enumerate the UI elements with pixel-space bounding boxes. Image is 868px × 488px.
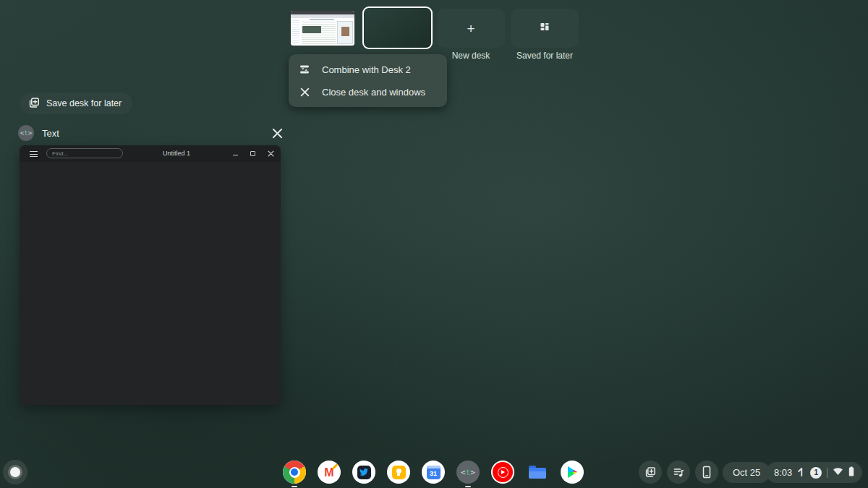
glyph-close: >	[28, 129, 32, 137]
mini-browser-toolbar	[291, 14, 354, 18]
separator	[827, 468, 827, 478]
menu-hamburger-icon[interactable]	[30, 151, 38, 157]
launcher-button[interactable]	[3, 460, 27, 484]
shelf-app-calendar[interactable]: 31	[422, 461, 445, 484]
keep-bulb-shape	[396, 468, 401, 474]
calendar-top-strip	[427, 466, 441, 468]
running-indicator-chrome	[292, 486, 297, 487]
launcher-icon	[10, 467, 20, 477]
shelf-app-twitter[interactable]	[352, 461, 375, 484]
files-icon	[529, 466, 546, 479]
gmail-pencil-icon	[331, 463, 338, 470]
mini-browser-heading	[310, 19, 334, 20]
save-desk-tray-button[interactable]	[639, 461, 662, 484]
save-desk-icon	[644, 466, 656, 478]
battery-icon	[848, 466, 854, 479]
text-app-window[interactable]: Untitled 1	[20, 145, 281, 405]
window-preview-close-button[interactable]	[271, 127, 284, 140]
window-close-button[interactable]	[263, 145, 278, 162]
notification-counter: 1	[810, 467, 822, 479]
glyph-open: <	[461, 468, 466, 477]
saved-for-later-button[interactable]	[511, 9, 579, 48]
desk-thumbnail-1[interactable]	[289, 9, 356, 48]
shelf-app-youtube-music[interactable]	[491, 461, 514, 484]
shelf-app-gmail[interactable]: M	[318, 461, 341, 484]
date-label: Oct 25	[733, 467, 760, 478]
minimize-icon	[233, 155, 238, 155]
menu-item-combine-with-desk-2[interactable]: Combine with Desk 2	[289, 59, 447, 80]
folder-front-shape	[529, 471, 546, 479]
maximize-icon	[250, 151, 255, 156]
close-icon	[272, 128, 283, 139]
window-titlebar: Untitled 1	[20, 145, 281, 162]
play-triangle-icon	[501, 470, 505, 474]
glyph-close: >	[470, 468, 475, 477]
maximize-button[interactable]	[245, 145, 260, 162]
phone-hub-icon	[701, 466, 712, 479]
desks-grid-icon	[539, 21, 550, 35]
shelf-app-play-store[interactable]	[561, 461, 584, 484]
media-controls-button[interactable]	[667, 461, 690, 484]
close-icon	[268, 150, 274, 157]
time-label: 8:03	[774, 467, 792, 478]
keep-icon	[392, 466, 406, 479]
running-indicator-text	[465, 486, 471, 487]
menu-item-label: Close desk and windows	[322, 87, 425, 98]
mini-browser-image	[302, 26, 321, 33]
glyph-letter: t	[466, 468, 471, 477]
chrome-icon	[283, 461, 306, 484]
desk1-browser-preview	[291, 11, 354, 46]
twitter-icon	[357, 466, 371, 479]
saved-for-later-label: Saved for later	[511, 51, 579, 61]
mini-browser-sidebar-text	[292, 20, 299, 44]
combine-desks-icon	[299, 64, 310, 75]
up-arrow-icon	[797, 467, 805, 479]
mini-browser-portrait	[341, 27, 349, 36]
find-input[interactable]	[46, 148, 123, 158]
minimize-button[interactable]	[228, 145, 242, 162]
document-title: Untitled 1	[153, 150, 200, 157]
text-app-icon: <t>	[18, 125, 34, 141]
calendar-day-number: 31	[430, 470, 437, 477]
close-icon	[299, 86, 310, 98]
new-desk-button[interactable]: +	[437, 9, 505, 48]
menu-item-label: Combine with Desk 2	[322, 64, 411, 75]
shelf-app-files[interactable]	[526, 461, 549, 484]
desk-thumbnail-2-active[interactable]	[362, 7, 433, 49]
window-preview-title: Text	[42, 128, 59, 139]
calendar-icon: 31	[427, 466, 441, 479]
shelf-app-keep[interactable]	[387, 461, 410, 484]
shelf-app-text[interactable]: <t>	[456, 461, 480, 484]
desk-context-menu: Combine with Desk 2 Close desk and windo…	[289, 54, 447, 107]
ytm-ring-shape	[498, 467, 509, 478]
media-controls-icon	[673, 467, 684, 478]
editor-body[interactable]	[20, 162, 281, 405]
new-desk-label: New desk	[437, 51, 505, 61]
youtube-music-icon	[493, 462, 513, 482]
status-tray[interactable]: 8:03 1	[766, 462, 862, 483]
date-button[interactable]: Oct 25	[723, 462, 770, 483]
menu-item-close-desk-and-windows[interactable]: Close desk and windows	[289, 82, 447, 102]
save-desk-label: Save desk for later	[46, 98, 122, 108]
save-desk-for-later-button[interactable]: Save desk for later	[20, 93, 132, 114]
keep-bulb-base-shape	[397, 474, 400, 476]
wifi-icon	[833, 467, 843, 478]
shelf-app-chrome[interactable]	[283, 461, 306, 484]
play-store-icon	[566, 466, 578, 479]
plus-icon: +	[467, 22, 475, 35]
save-desk-icon	[28, 97, 40, 111]
phone-hub-button[interactable]	[695, 461, 718, 484]
